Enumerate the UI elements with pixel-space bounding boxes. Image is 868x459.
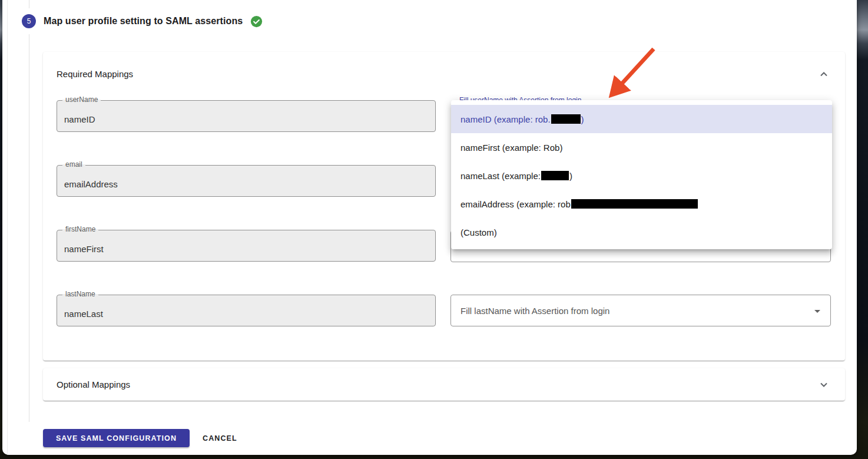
- menu-item-text: nameLast (example:: [460, 171, 541, 181]
- menu-item-text: emailAddress (example: rob: [460, 199, 571, 209]
- cancel-button[interactable]: CANCEL: [198, 429, 242, 447]
- step-number-badge: 5: [22, 14, 36, 28]
- stepper-connector-top: [29, 0, 29, 8]
- stepper-connector-bottom: [29, 34, 29, 422]
- email-field-value: emailAddress: [64, 179, 118, 189]
- menu-item-nameid[interactable]: nameID (example: rob. ): [451, 105, 832, 133]
- lastname-field-value: nameLast: [64, 309, 103, 319]
- assertion-dropdown-menu: nameID (example: rob. ) nameFirst (examp…: [451, 100, 832, 249]
- chevron-down-icon[interactable]: [817, 378, 831, 394]
- lastname-assertion-select[interactable]: Fill lastName with Assertion from login: [450, 295, 831, 326]
- username-field[interactable]: userName nameID: [57, 100, 436, 132]
- lastname-assertion-select-value: Fill lastName with Assertion from login: [460, 306, 609, 316]
- card-inner-edge: [7, 0, 8, 455]
- saml-config-card: 5 Map user profile setting to SAML asser…: [2, 0, 857, 455]
- step-5-header: 5 Map user profile setting to SAML asser…: [22, 14, 263, 28]
- required-mappings-panel: Required Mappings userName nameID email …: [43, 52, 845, 361]
- menu-item-text: (Custom): [460, 227, 497, 237]
- lastname-field-label: lastName: [62, 290, 98, 298]
- chevron-up-icon[interactable]: [817, 67, 831, 84]
- firstname-field-label: firstName: [62, 226, 98, 233]
- email-field-label: email: [62, 161, 85, 169]
- menu-item-text: ): [569, 171, 572, 181]
- lastname-field[interactable]: lastName nameLast: [57, 295, 436, 326]
- menu-item-text: ): [581, 114, 584, 124]
- menu-item-namelast[interactable]: nameLast (example: ): [451, 161, 832, 190]
- username-field-value: nameID: [64, 114, 95, 124]
- menu-item-text: nameFirst (example: Rob): [460, 143, 562, 153]
- firstname-field[interactable]: firstName nameFirst: [57, 230, 436, 262]
- email-field[interactable]: email emailAddress: [57, 165, 436, 197]
- step-title: Map user profile setting to SAML asserti…: [44, 16, 243, 27]
- redaction-bar: [551, 114, 581, 124]
- menu-item-namefirst[interactable]: nameFirst (example: Rob): [451, 133, 832, 161]
- save-saml-configuration-button[interactable]: SAVE SAML CONFIGURATION: [43, 429, 190, 447]
- optional-mappings-panel[interactable]: Optional Mappings: [43, 368, 845, 401]
- dropdown-arrow-icon: [814, 310, 820, 313]
- menu-item-text: nameID (example: rob.: [460, 114, 551, 124]
- required-mappings-header[interactable]: Required Mappings: [57, 69, 133, 79]
- step-completed-check-icon: [250, 15, 263, 28]
- optional-mappings-header: Optional Mappings: [57, 379, 130, 389]
- redaction-bar: [541, 171, 569, 180]
- firstname-field-value: nameFirst: [64, 244, 104, 254]
- redaction-bar: [571, 199, 698, 209]
- menu-item-custom[interactable]: (Custom): [451, 218, 832, 246]
- menu-item-emailaddress[interactable]: emailAddress (example: rob: [451, 190, 832, 218]
- username-field-label: userName: [62, 96, 101, 104]
